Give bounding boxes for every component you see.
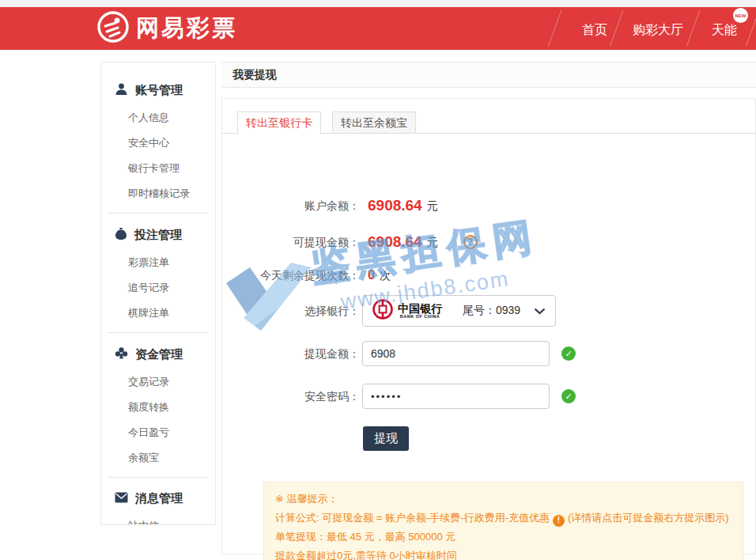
notice-formula-line: 计算公式: 可提现金额 = 账户余额-手续费-行政费用-充值优惠!(详情请点击可…	[275, 509, 731, 528]
notice-title: ※ 温馨提示：	[275, 490, 731, 509]
notice-review-line: 提款金额超过0元,需等待 0小时审核时间	[275, 547, 731, 560]
password-valid-check-icon: ✓	[561, 389, 576, 403]
balance-row: 6908.64 元	[368, 195, 438, 216]
notice-box: ※ 温馨提示： 计算公式: 可提现金额 = 账户余额-手续费-行政费用-充值优惠…	[263, 482, 743, 560]
bank-identity: 中国银行 BANK OF CHINA	[372, 299, 442, 323]
tab-row: 转出至银行卡 转出至余额宝	[222, 112, 755, 134]
sidebar-section-title: 投注管理	[134, 228, 182, 243]
sidebar: 账号管理 个人信息 安全中心 银行卡管理 即时稽核记录 投注管理 彩票注单 追号…	[100, 62, 216, 525]
withdrawable-row: 6908.64 元 ?	[368, 232, 478, 252]
logo-text: 网易彩票	[136, 13, 237, 44]
user-icon	[115, 82, 128, 98]
notice-formula-text: 计算公式: 可提现金额 = 账户余额-手续费-行政费用-充值优惠	[275, 512, 550, 524]
sidebar-item-lottery-orders[interactable]: 彩票注单	[101, 250, 215, 275]
bank-tail-number: 尾号：0939	[463, 304, 520, 318]
bank-name-cn: 中国银行	[398, 304, 442, 314]
alert-icon: !	[553, 515, 565, 527]
balance-value: 6908.64	[368, 195, 422, 216]
amount-valid-check-icon: ✓	[561, 346, 576, 361]
sidebar-item-today-pnl[interactable]: 今日盈亏	[101, 420, 215, 445]
password-input[interactable]	[362, 384, 550, 409]
moneybag-icon	[115, 227, 127, 243]
chevron-down-icon	[534, 308, 546, 315]
funds-icon	[115, 346, 128, 362]
mail-icon	[115, 492, 128, 505]
bank-name-en: BANK OF CHINA	[400, 314, 440, 319]
remaining-label: 今天剩余提现次数：	[222, 265, 360, 286]
page-title: 我要提现	[221, 62, 756, 88]
help-icon[interactable]: ?	[463, 235, 478, 249]
remaining-row: 0 次	[368, 265, 391, 286]
site-header: 网易彩票 首页 购彩大厅 天能 NEW	[0, 7, 756, 50]
amount-input[interactable]	[362, 341, 550, 366]
nav-separator	[548, 10, 562, 47]
top-strip	[0, 0, 756, 7]
sidebar-divider	[109, 332, 207, 333]
withdrawable-label: 可提现金额：	[222, 232, 360, 252]
withdrawable-unit: 元	[427, 232, 438, 252]
sidebar-item-inbox[interactable]: 站内信	[101, 513, 215, 525]
password-label: 安全密码：	[222, 384, 360, 409]
withdrawable-value: 6908.64	[368, 232, 422, 252]
page: 网易彩票 首页 购彩大厅 天能 NEW 账号管理 个人信息 安全中心 银行卡管理…	[0, 0, 756, 560]
sidebar-item-transactions[interactable]: 交易记录	[101, 369, 215, 395]
nav-item-lottery-hall[interactable]: 购彩大厅	[625, 7, 691, 50]
sidebar-section-title: 账号管理	[135, 83, 183, 98]
sidebar-section-messages: 消息管理	[101, 484, 215, 513]
sidebar-item-board-orders[interactable]: 棋牌注单	[101, 301, 215, 326]
withdraw-panel: 转出至银行卡 转出至余额宝 账户余额： 6908.64 元 可提现金额： 690…	[221, 98, 756, 554]
sidebar-divider	[109, 213, 207, 214]
remaining-value: 0	[368, 265, 375, 286]
site-logo[interactable]: 网易彩票	[96, 7, 237, 50]
tab-to-bank-card[interactable]: 转出至银行卡	[237, 112, 321, 134]
sidebar-item-quota-transfer[interactable]: 额度转换	[101, 395, 215, 420]
sidebar-section-title: 消息管理	[135, 491, 183, 506]
balance-label: 账户余额：	[222, 195, 360, 216]
notice-limit-line: 单笔提现：最低 45 元，最高 500000 元	[275, 528, 731, 547]
bank-of-china-logo-icon	[372, 299, 393, 323]
bank-select[interactable]: 中国银行 BANK OF CHINA 尾号：0939	[362, 295, 556, 327]
sidebar-section-betting: 投注管理	[101, 220, 215, 250]
sidebar-item-personal-info[interactable]: 个人信息	[101, 105, 215, 131]
amount-label: 提现金额：	[222, 341, 360, 366]
tab-to-yuebao[interactable]: 转出至余额宝	[332, 112, 416, 134]
notice-formula-hint: (详情请点击可提金额右方提示图示)	[568, 512, 729, 524]
sidebar-section-funds: 资金管理	[101, 339, 215, 369]
sidebar-item-yuebao[interactable]: 余额宝	[101, 445, 215, 471]
balance-unit: 元	[427, 195, 438, 216]
withdraw-submit-button[interactable]: 提现	[363, 426, 409, 451]
sidebar-item-audit-records[interactable]: 即时稽核记录	[101, 181, 215, 206]
new-badge: NEW	[733, 8, 748, 23]
remaining-unit: 次	[380, 265, 391, 286]
sidebar-item-security-center[interactable]: 安全中心	[101, 131, 215, 156]
sidebar-divider	[109, 477, 207, 478]
sidebar-section-account: 账号管理	[101, 75, 215, 105]
bank-label: 选择银行：	[222, 295, 360, 327]
netease-lottery-logo-icon	[96, 10, 130, 47]
sidebar-section-title: 资金管理	[135, 347, 183, 362]
sidebar-item-chase-records[interactable]: 追号记录	[101, 275, 215, 301]
sidebar-item-bank-card[interactable]: 银行卡管理	[101, 156, 215, 181]
